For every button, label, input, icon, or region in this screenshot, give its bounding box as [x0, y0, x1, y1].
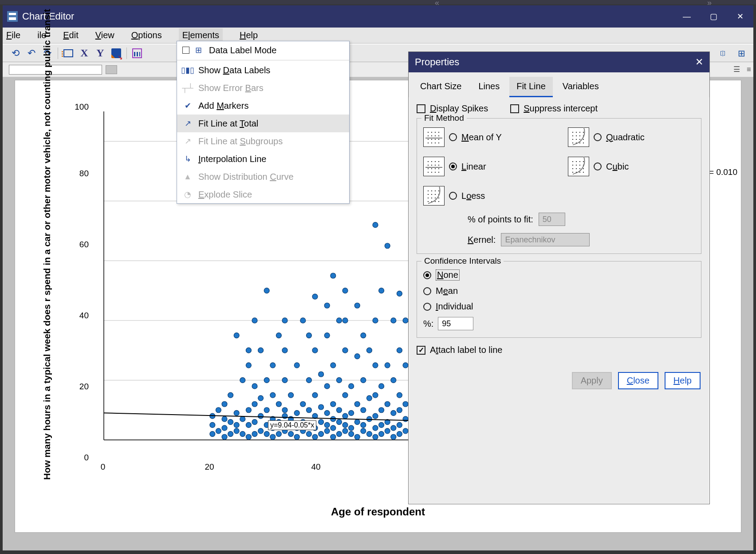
kernel-select [501, 233, 590, 246]
menu-item-show-data-labels[interactable]: ▯▮▯ Show Data Labels [177, 61, 349, 79]
radio-ci-none[interactable]: None [423, 269, 695, 281]
font-family-input[interactable] [9, 65, 102, 75]
chart-options2-icon[interactable]: ⊞ [736, 47, 747, 59]
properties-titlebar: Properties ✕ [409, 52, 709, 72]
svg-point-144 [385, 401, 390, 407]
svg-point-65 [294, 434, 299, 439]
svg-point-98 [331, 363, 336, 368]
radio-mean-of-y[interactable]: Mean of Y [423, 127, 550, 147]
menubar: FileFileile Edit View Options Elements H… [3, 28, 753, 44]
svg-point-38 [258, 413, 264, 419]
svg-point-112 [349, 431, 354, 437]
radio-linear[interactable]: Linear [423, 157, 550, 176]
quadratic-thumb-icon [568, 127, 589, 147]
close-button[interactable]: Close [618, 372, 658, 389]
svg-point-37 [258, 428, 264, 434]
fit-method-legend: Fit Method [421, 113, 467, 123]
data-chart-icon[interactable] [131, 47, 143, 59]
svg-point-78 [312, 434, 318, 439]
svg-point-153 [397, 422, 402, 427]
tab-variables[interactable]: Variables [555, 77, 606, 97]
svg-point-67 [294, 410, 299, 416]
svg-point-147 [391, 434, 396, 439]
svg-point-25 [240, 416, 245, 422]
svg-point-89 [324, 422, 330, 427]
svg-point-13 [222, 434, 227, 439]
y-axis-icon[interactable]: Y [94, 47, 106, 59]
svg-point-28 [246, 422, 251, 427]
x-tick: 20 [205, 462, 214, 472]
svg-point-43 [264, 408, 269, 413]
svg-point-137 [379, 431, 384, 437]
reset-icon[interactable]: ⟲ [10, 47, 21, 59]
window-minimize-button[interactable]: — [673, 5, 700, 28]
svg-point-113 [349, 425, 354, 431]
svg-point-61 [282, 318, 287, 323]
fit-equation-label[interactable]: y=9.04-0.05*x [268, 420, 316, 430]
ci-legend: Confidence Intervals [421, 256, 504, 266]
menu-view[interactable]: View [95, 30, 114, 40]
svg-point-21 [234, 422, 239, 427]
menu-item-add-markers[interactable]: ✔ Add Markers [177, 97, 349, 115]
window-close-button[interactable]: ✕ [727, 5, 753, 28]
chart-options-icon[interactable]: ⎅ [717, 47, 728, 59]
radio-cubic[interactable]: Cubic [568, 157, 695, 176]
x-axis-icon[interactable]: X [79, 47, 90, 59]
window-maximize-button[interactable]: ▢ [700, 5, 727, 28]
svg-point-136 [373, 222, 378, 228]
svg-point-120 [354, 303, 360, 308]
formatbar-dropdown[interactable] [106, 65, 117, 74]
menu-file[interactable]: FileFileile [6, 30, 46, 40]
svg-point-29 [246, 408, 251, 413]
properties-list-icon[interactable] [63, 47, 74, 59]
radio-quadratic[interactable]: Quadratic [568, 127, 695, 147]
tab-lines[interactable]: Lines [471, 77, 507, 97]
menu-help[interactable]: Help [240, 30, 258, 40]
transpose-icon[interactable] [110, 47, 122, 59]
svg-point-123 [361, 408, 366, 413]
menu-item-data-label-mode[interactable]: ⊞ Data Label Mode [177, 41, 349, 59]
svg-point-99 [331, 273, 336, 278]
svg-point-59 [282, 377, 287, 383]
y-axis-label[interactable]: How many hours in a typical week does r … [42, 9, 52, 480]
svg-point-142 [385, 428, 390, 434]
svg-point-40 [258, 348, 264, 353]
undo-icon[interactable]: ↶ [26, 47, 37, 59]
fit-method-fieldset: Fit Method Mean of Y Quadratic [417, 118, 701, 254]
svg-point-90 [324, 410, 330, 416]
align-left-icon[interactable]: ≡ [744, 65, 753, 74]
menu-item-interpolation-line[interactable]: ↳ Interpolation Line [177, 150, 349, 168]
checkbox-display-spikes[interactable]: Display Spikes [417, 103, 488, 114]
menu-edit[interactable]: Edit [63, 30, 78, 40]
svg-point-31 [246, 348, 251, 353]
svg-point-118 [354, 401, 360, 407]
menu-options[interactable]: Options [131, 30, 162, 40]
menu-item-fit-line-total[interactable]: ↗ Fit Line at Total [177, 115, 349, 132]
checkbox-suppress-intercept[interactable]: Suppress intercept [510, 103, 598, 114]
svg-point-73 [306, 431, 311, 437]
ci-percent-input[interactable] [438, 317, 473, 330]
radio-loess[interactable]: Loess [423, 186, 550, 206]
properties-close-button[interactable]: ✕ [689, 52, 709, 72]
svg-point-24 [240, 431, 245, 437]
radio-icon [423, 271, 431, 279]
align-paragraph-icon[interactable]: ☰ [732, 65, 741, 74]
svg-point-22 [234, 410, 239, 416]
svg-point-154 [397, 408, 402, 413]
tab-fit-line[interactable]: Fit Line [509, 77, 553, 97]
pct-points-input [539, 213, 565, 226]
checkbox-attach-label[interactable]: Attach label to line [417, 345, 701, 355]
radio-icon [449, 133, 457, 141]
x-axis-label[interactable]: Age of respondent [15, 506, 741, 518]
radio-ci-individual[interactable]: Individual [423, 301, 695, 312]
error-bar-icon: ┬┴ [182, 83, 193, 93]
help-button[interactable]: Help [665, 372, 701, 389]
tab-chart-size[interactable]: Chart Size [413, 77, 469, 97]
svg-point-122 [361, 422, 366, 427]
radio-icon [594, 162, 602, 170]
svg-point-23 [234, 333, 239, 338]
radio-ci-mean[interactable]: Mean [423, 286, 695, 296]
svg-point-162 [403, 318, 408, 323]
svg-point-71 [300, 401, 306, 407]
menu-elements[interactable]: Elements [179, 28, 223, 42]
